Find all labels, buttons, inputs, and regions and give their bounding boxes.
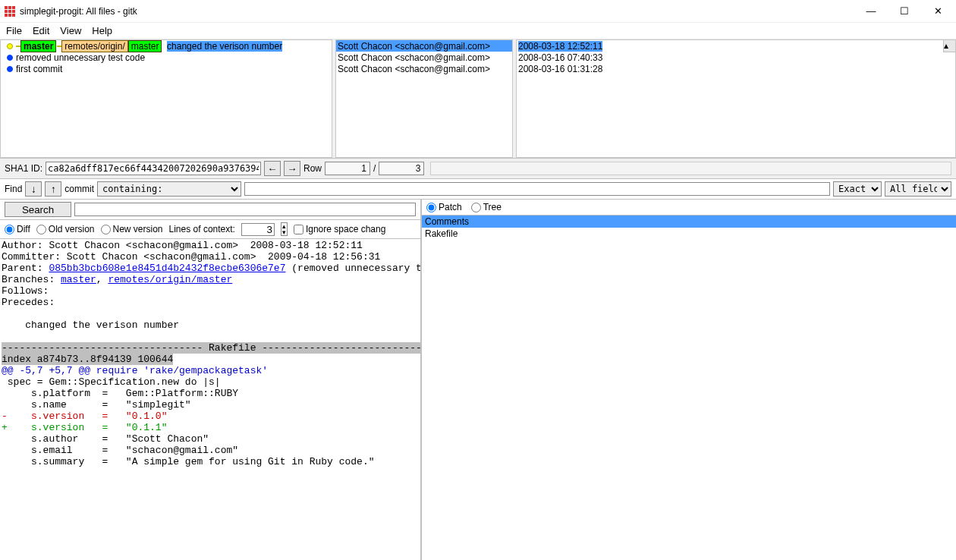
ref-remote-master[interactable]: master bbox=[128, 40, 162, 52]
commit-row[interactable]: first commit bbox=[1, 63, 332, 74]
find-input[interactable] bbox=[244, 182, 830, 196]
file-list[interactable]: Comments Rakefile bbox=[422, 216, 956, 560]
menu-view[interactable]: View bbox=[60, 25, 81, 36]
file-list-pane: Patch Tree Comments Rakefile bbox=[422, 200, 956, 560]
ref-remote[interactable]: remotes/origin/ bbox=[61, 40, 127, 52]
menu-file[interactable]: File bbox=[6, 25, 22, 36]
date-row[interactable]: 2008-03-16 07:40:33 bbox=[517, 52, 955, 63]
find-bar: Find ↓ ↑ commit containing: Exact All fi… bbox=[0, 179, 956, 200]
commit-message: changed the verison number bbox=[167, 41, 282, 52]
diff-text[interactable]: Author: Scott Chacon <schacon@gmail.com>… bbox=[0, 239, 420, 560]
history-panes: masterremotes/origin/master changed the … bbox=[0, 39, 956, 159]
diff-options: Diff Old version New version Lines of co… bbox=[0, 220, 420, 239]
sha-input[interactable] bbox=[46, 162, 261, 175]
find-match-select[interactable]: Exact bbox=[833, 181, 882, 197]
app-icon bbox=[5, 6, 15, 17]
find-mode-select[interactable]: containing: bbox=[97, 181, 241, 197]
lower-panes: Search Diff Old version New version Line… bbox=[0, 200, 956, 560]
author-row[interactable]: Scott Chacon <schacon@gmail.com> bbox=[336, 52, 512, 63]
scroll-up-icon[interactable]: ▴ bbox=[943, 40, 955, 52]
titlebar: simplegit-progit: All files - gitk — ☐ ✕ bbox=[0, 0, 956, 23]
commit-row[interactable]: masterremotes/origin/master changed the … bbox=[1, 40, 332, 52]
diff-radio[interactable]: Diff bbox=[5, 224, 30, 234]
menubar: File Edit View Help bbox=[0, 23, 956, 39]
search-bar: Search bbox=[0, 200, 420, 220]
row-total: 3 bbox=[379, 162, 424, 175]
lines-context-label: Lines of context: bbox=[169, 224, 235, 234]
old-version-radio[interactable]: Old version bbox=[36, 224, 95, 234]
spinner-arrows-icon[interactable]: ▴▾ bbox=[281, 222, 288, 236]
find-label: Find bbox=[5, 184, 22, 194]
date-row[interactable]: 2008-03-18 12:52:11 bbox=[517, 40, 955, 52]
find-next-button[interactable]: ↓ bbox=[25, 181, 42, 197]
commit-dot-icon bbox=[7, 43, 13, 49]
search-input[interactable] bbox=[74, 203, 416, 216]
diff-pane: Search Diff Old version New version Line… bbox=[0, 200, 422, 560]
branch-link[interactable]: remotes/origin/master bbox=[108, 274, 232, 285]
commit-message: removed unnecessary test code bbox=[16, 52, 145, 63]
nav-back-button[interactable]: ← bbox=[264, 161, 281, 176]
patch-radio[interactable]: Patch bbox=[426, 202, 462, 212]
close-button[interactable]: ✕ bbox=[921, 1, 954, 22]
author-list[interactable]: Scott Chacon <schacon@gmail.com> Scott C… bbox=[335, 39, 513, 158]
branch-link[interactable]: master bbox=[61, 274, 96, 285]
commit-list[interactable]: masterremotes/origin/master changed the … bbox=[0, 39, 332, 158]
row-label: Row bbox=[303, 163, 322, 174]
row-current: 1 bbox=[325, 162, 370, 175]
search-button[interactable]: Search bbox=[5, 202, 71, 217]
new-version-radio[interactable]: New version bbox=[101, 224, 163, 234]
file-item-comments[interactable]: Comments bbox=[422, 216, 956, 228]
tree-radio[interactable]: Tree bbox=[471, 202, 502, 212]
author-row[interactable]: Scott Chacon <schacon@gmail.com> bbox=[336, 40, 512, 52]
find-prev-button[interactable]: ↑ bbox=[45, 181, 61, 197]
nav-forward-button[interactable]: → bbox=[284, 161, 300, 176]
date-row[interactable]: 2008-03-16 01:31:28 bbox=[517, 63, 955, 74]
commit-dot-icon bbox=[7, 66, 13, 72]
ref-master[interactable]: master bbox=[20, 40, 56, 52]
commit-message: first commit bbox=[16, 64, 62, 74]
parent-link[interactable]: 085bb3bcb608e1e8451d4b2432f8ecbe6306e7e7 bbox=[49, 263, 285, 274]
file-item-rakefile[interactable]: Rakefile bbox=[422, 228, 956, 240]
find-commit-label: commit bbox=[64, 184, 94, 194]
date-list[interactable]: 2008-03-18 12:52:11 2008-03-16 07:40:33 … bbox=[516, 39, 956, 158]
find-fields-select[interactable]: All fields bbox=[885, 181, 951, 197]
ignore-space-checkbox[interactable]: Ignore space chang bbox=[294, 224, 385, 234]
sha-bar: SHA1 ID: ← → Row 1 / 3 bbox=[0, 159, 956, 179]
menu-edit[interactable]: Edit bbox=[33, 25, 49, 36]
sha-label: SHA1 ID: bbox=[5, 163, 42, 174]
row-sep: / bbox=[373, 163, 376, 174]
view-mode-options: Patch Tree bbox=[422, 200, 956, 216]
menu-help[interactable]: Help bbox=[92, 25, 112, 36]
commit-dot-icon bbox=[7, 55, 13, 61]
commit-row[interactable]: removed unnecessary test code bbox=[1, 52, 332, 63]
status-bar bbox=[430, 162, 951, 175]
lines-context-input[interactable] bbox=[241, 223, 275, 236]
author-row[interactable]: Scott Chacon <schacon@gmail.com> bbox=[336, 63, 512, 74]
maximize-button[interactable]: ☐ bbox=[888, 1, 921, 22]
minimize-button[interactable]: — bbox=[854, 1, 888, 22]
window-title: simplegit-progit: All files - gitk bbox=[20, 6, 854, 17]
